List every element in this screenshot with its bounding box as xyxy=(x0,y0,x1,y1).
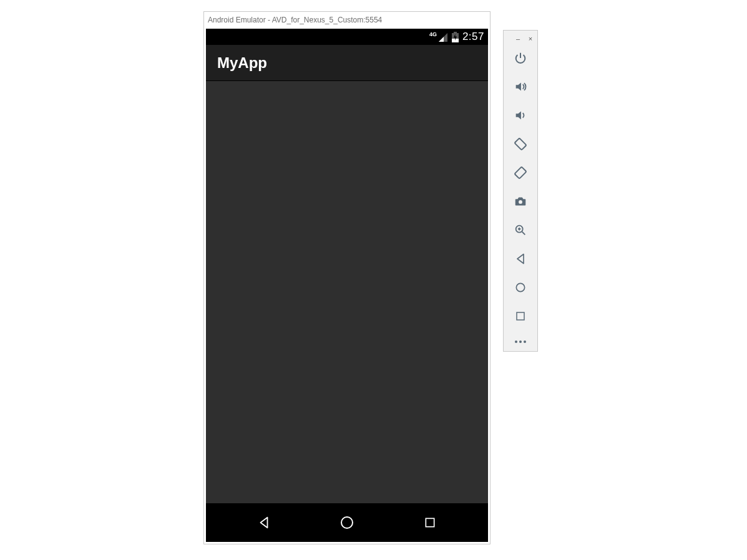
volume-up-button[interactable] xyxy=(513,79,528,94)
svg-point-12 xyxy=(516,283,524,291)
toolbar-home-button[interactable] xyxy=(513,280,528,295)
svg-rect-6 xyxy=(514,167,526,178)
overview-icon xyxy=(515,311,526,322)
volume-up-icon xyxy=(514,80,527,94)
screenshot-button[interactable] xyxy=(513,194,528,209)
svg-rect-13 xyxy=(517,312,524,320)
svg-point-16 xyxy=(524,340,526,343)
rotate-right-button[interactable] xyxy=(513,165,528,180)
status-clock: 2:57 xyxy=(462,31,484,43)
nav-home-button[interactable] xyxy=(322,508,372,538)
navigation-bar xyxy=(206,503,488,542)
toolbar-buttons xyxy=(504,47,537,332)
network-type-label: 4G xyxy=(429,32,437,37)
toolbar-more-button[interactable] xyxy=(504,332,537,351)
zoom-button[interactable] xyxy=(513,223,528,238)
signal-indicator: 4G xyxy=(429,32,448,42)
app-content[interactable] xyxy=(206,81,488,503)
cellular-signal-icon xyxy=(438,32,448,42)
emulator-toolbar: – × xyxy=(503,30,538,352)
volume-down-button[interactable] xyxy=(513,108,528,123)
home-icon xyxy=(514,281,527,294)
svg-line-9 xyxy=(522,232,525,235)
app-bar: MyApp xyxy=(206,45,488,81)
back-icon xyxy=(257,516,271,529)
toolbar-back-button[interactable] xyxy=(513,251,528,266)
recents-icon xyxy=(424,516,436,529)
emulator-window: Android Emulator - AVD_for_Nexus_5_Custo… xyxy=(203,11,491,544)
svg-rect-1 xyxy=(454,32,457,33)
nav-back-button[interactable] xyxy=(239,508,289,538)
rotate-left-icon xyxy=(513,137,528,152)
svg-point-7 xyxy=(519,200,522,204)
toolbar-overview-button[interactable] xyxy=(513,309,528,324)
close-button[interactable]: × xyxy=(526,35,535,42)
device-frame: 4G 2:57 MyApp xyxy=(206,29,488,542)
app-title: MyApp xyxy=(217,54,267,72)
rotate-right-icon xyxy=(513,165,528,180)
volume-down-icon xyxy=(514,109,527,122)
svg-point-3 xyxy=(341,517,353,528)
home-icon xyxy=(339,515,354,530)
more-icon xyxy=(514,339,527,344)
minimize-button[interactable]: – xyxy=(514,35,522,42)
svg-rect-4 xyxy=(426,518,434,526)
window-title: Android Emulator - AVD_for_Nexus_5_Custo… xyxy=(204,12,490,28)
nav-recents-button[interactable] xyxy=(405,508,455,538)
zoom-icon xyxy=(514,223,527,237)
stage: Android Emulator - AVD_for_Nexus_5_Custo… xyxy=(0,0,747,560)
svg-point-15 xyxy=(519,340,522,343)
camera-icon xyxy=(514,195,527,208)
svg-point-14 xyxy=(515,340,517,343)
battery-icon xyxy=(452,32,459,42)
status-bar: 4G 2:57 xyxy=(206,29,488,45)
back-icon xyxy=(514,253,527,265)
rotate-left-button[interactable] xyxy=(513,137,528,152)
svg-rect-5 xyxy=(514,138,526,150)
toolbar-header: – × xyxy=(504,31,537,47)
power-button[interactable] xyxy=(513,51,528,65)
power-icon xyxy=(514,51,527,65)
